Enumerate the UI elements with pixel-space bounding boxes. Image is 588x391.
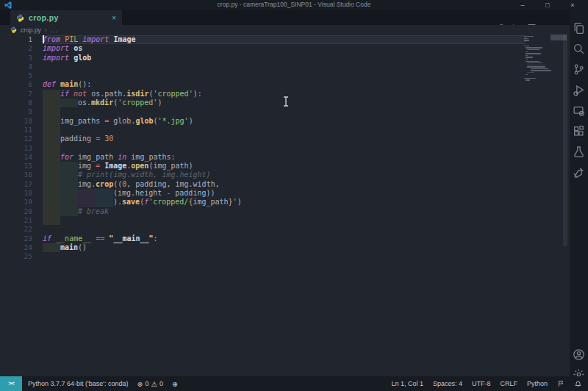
code-line[interactable]: 20# break <box>0 207 526 216</box>
code-line[interactable]: 25 <box>0 252 526 261</box>
code-line[interactable]: 16# print(img.width, img.height) <box>0 171 526 179</box>
python-interpreter-status[interactable]: Python 3.7.7 64-bit ('base': conda) <box>28 380 129 387</box>
code-line[interactable]: 19).save(f'cropped/{img_path}') <box>0 198 526 207</box>
indent-guide <box>60 98 78 107</box>
activity-bar <box>570 10 588 376</box>
code-line[interactable]: 9 <box>0 107 526 116</box>
code-token: save <box>122 198 140 206</box>
code-token: glob. <box>109 117 135 125</box>
maximize-button[interactable]: □ <box>535 0 560 10</box>
code-token: == <box>96 234 104 243</box>
minimap-line <box>524 38 528 39</box>
run-debug-icon[interactable] <box>573 84 585 96</box>
close-window-button[interactable]: × <box>560 0 585 10</box>
tab-crop-py[interactable]: crop.py × <box>10 10 122 25</box>
breadcrumb-separator: › <box>45 26 47 34</box>
minimize-button[interactable]: – <box>510 0 535 10</box>
feedback-icon[interactable] <box>557 379 564 388</box>
code-token: import <box>43 44 69 52</box>
code-token: Image <box>104 162 126 170</box>
minimap-line <box>524 78 536 79</box>
code-token: 'cropped' <box>153 90 193 98</box>
code-line[interactable]: 2import os <box>0 44 526 53</box>
code-token: mkdir <box>91 98 113 107</box>
code-line[interactable]: 11 <box>0 126 526 134</box>
cursor-position-status[interactable]: Ln 1, Col 1 <box>391 380 423 387</box>
line-content <box>43 71 526 80</box>
testing-icon[interactable] <box>573 146 585 158</box>
problems-status[interactable]: ⊗ 0 ⚠ 0 <box>137 380 164 388</box>
line-content <box>43 216 526 225</box>
code-line[interactable]: 10img_paths = glob.glob('*.jpg') <box>0 117 526 126</box>
experiments-icon[interactable] <box>573 166 585 179</box>
notifications-bell-icon[interactable] <box>574 379 582 388</box>
source-control-icon[interactable] <box>573 63 585 76</box>
minimap-line <box>526 57 533 57</box>
code-line[interactable]: 13 <box>0 144 526 153</box>
code-line[interactable]: 3import glob <box>0 54 526 62</box>
code-line[interactable]: 6def main(): <box>0 80 526 89</box>
indent-guide <box>43 134 60 143</box>
status-globe-icon[interactable]: ⊕ <box>172 380 178 388</box>
code-line[interactable]: 5 <box>0 71 526 80</box>
code-token: img_paths: <box>126 153 175 161</box>
minimap-line <box>527 49 539 50</box>
code-line[interactable]: 12padding = 30 <box>0 134 526 143</box>
code-token: (( <box>113 180 122 188</box>
code-line[interactable]: 17img.crop((0, padding, img.width, <box>0 180 526 189</box>
code-token: os <box>74 44 82 52</box>
indent-guide <box>43 243 60 252</box>
line-number: 13 <box>0 144 43 153</box>
code-line[interactable]: 21 <box>0 216 526 225</box>
indentation-status[interactable]: Spaces: 4 <box>433 380 462 387</box>
line-number: 10 <box>0 117 43 126</box>
minimap-line <box>526 79 530 80</box>
tab-close-icon[interactable]: × <box>112 14 116 22</box>
indent-guide <box>43 162 60 171</box>
remote-indicator[interactable]: >< <box>0 376 22 391</box>
explorer-icon[interactable] <box>573 22 585 35</box>
code-token: (img_path) <box>148 162 193 170</box>
search-icon[interactable] <box>573 43 585 55</box>
eol-status[interactable]: CRLF <box>500 380 517 387</box>
breadcrumb-symbol[interactable]: ... <box>51 26 58 34</box>
code-token: img_path <box>74 153 118 161</box>
code-token: ) <box>157 98 162 107</box>
code-line[interactable]: 7if not os.path.isdir('cropped'): <box>0 90 526 98</box>
indent-guide <box>43 189 60 198</box>
code-line[interactable]: 1from PIL import Image <box>0 35 526 44</box>
code-line[interactable]: 14for img_path in img_paths: <box>0 153 526 162</box>
line-number: 9 <box>0 107 43 116</box>
breadcrumb[interactable]: crop.py › ... <box>0 25 570 35</box>
code-line[interactable]: 22 <box>0 225 526 234</box>
indent-guide <box>96 198 113 207</box>
code-line[interactable]: 18(img.height - padding)) <box>0 189 526 198</box>
remote-explorer-icon[interactable] <box>573 104 585 117</box>
window-title: crop.py - cameraTrap100_SINP01 - Visual … <box>0 1 588 8</box>
code-token: '*.jpg' <box>158 117 189 125</box>
editor-scrollbar[interactable] <box>563 35 567 246</box>
minimap-line <box>526 47 542 48</box>
line-content: import os <box>43 44 526 53</box>
breadcrumb-file[interactable]: crop.py <box>21 26 41 34</box>
line-content: ).save(f'cropped/{img_path}') <box>43 198 526 207</box>
code-line[interactable]: 4 <box>0 62 526 71</box>
code-line[interactable]: 15img = Image.open(img_path) <box>0 162 526 171</box>
code-editor[interactable]: 1from PIL import Image2import os3import … <box>0 35 570 376</box>
line-number: 2 <box>0 44 43 53</box>
code-line[interactable]: 24main() <box>0 243 526 252</box>
minimap[interactable] <box>524 36 562 83</box>
python-file-icon <box>16 14 24 22</box>
encoding-status[interactable]: UTF-8 <box>472 380 491 387</box>
code-line[interactable]: 8os.mkdir('cropped') <box>0 98 526 107</box>
indent-guide <box>60 162 78 171</box>
code-line[interactable]: 23if __name__ == "__main__": <box>0 234 526 243</box>
minimap-line <box>527 66 545 67</box>
code-token: img_path <box>193 198 228 206</box>
account-icon[interactable] <box>573 348 585 361</box>
tab-bar: crop.py × ⋯ <box>0 10 570 25</box>
language-mode-status[interactable]: Python <box>527 380 548 387</box>
code-token: if <box>43 234 51 243</box>
extensions-icon[interactable] <box>573 125 585 137</box>
code-token: () <box>78 243 87 251</box>
